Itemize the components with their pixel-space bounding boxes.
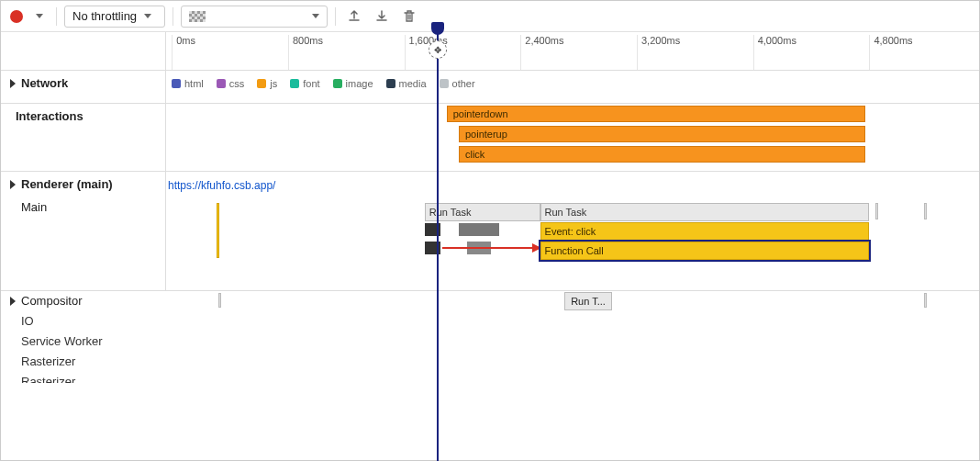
activity-sliver[interactable] bbox=[875, 203, 878, 219]
legend-item-html: html bbox=[172, 78, 204, 89]
rasterizer-track-label[interactable]: Rasterizer bbox=[1, 352, 166, 372]
activity-block[interactable] bbox=[459, 223, 499, 236]
download-icon bbox=[374, 9, 389, 24]
io-track-label[interactable]: IO bbox=[1, 311, 166, 332]
ruler-tick: 2,400ms bbox=[520, 35, 563, 70]
activity-sliver[interactable] bbox=[218, 293, 221, 308]
activity-sliver[interactable] bbox=[924, 293, 927, 308]
compositor-track-label[interactable]: Compositor bbox=[1, 291, 166, 311]
timeline-ruler[interactable]: 0ms 800ms 1,600ms 2,400ms 3,200ms 4,000m… bbox=[1, 32, 979, 71]
network-legend: html css js font image media other bbox=[166, 74, 979, 89]
interactions-track-label[interactable]: Interactions bbox=[1, 104, 166, 171]
chevron-down-icon bbox=[144, 14, 151, 18]
legend-item-css: css bbox=[217, 78, 245, 89]
task-bar-1[interactable]: Run Task bbox=[425, 203, 540, 221]
divider bbox=[56, 7, 57, 26]
trash-icon bbox=[402, 9, 417, 24]
divider bbox=[335, 7, 336, 26]
renderer-track: Renderer (main) Main https://kfuhfo.csb.… bbox=[1, 172, 979, 291]
rasterizer-track-2: Rasterizer bbox=[1, 372, 979, 392]
legend-item-image: image bbox=[333, 78, 373, 89]
ruler-tick: 4,000ms bbox=[753, 35, 796, 70]
throttling-select[interactable]: No throttling bbox=[64, 6, 165, 28]
activity-sliver[interactable] bbox=[924, 203, 927, 219]
record-options-caret[interactable] bbox=[36, 14, 43, 18]
import-button[interactable] bbox=[371, 6, 393, 28]
service-worker-track: Service Worker bbox=[1, 332, 979, 352]
ruler-tick: 4,800ms bbox=[869, 35, 912, 70]
record-button[interactable] bbox=[10, 10, 23, 23]
function-call-bar[interactable]: Function Call bbox=[540, 242, 870, 260]
task-bar-2[interactable]: Run Task bbox=[540, 203, 870, 221]
expand-triangle-icon bbox=[10, 79, 16, 88]
ruler-tick: 1,600ms bbox=[405, 35, 448, 70]
chevron-down-icon bbox=[312, 14, 319, 18]
network-conditions-select[interactable] bbox=[181, 6, 328, 28]
upload-icon bbox=[347, 9, 362, 24]
toolbar: No throttling bbox=[1, 1, 979, 32]
export-button[interactable] bbox=[343, 6, 365, 28]
legend-item-js: js bbox=[257, 78, 277, 89]
expand-triangle-icon bbox=[10, 297, 16, 306]
divider bbox=[173, 7, 173, 26]
arrow-line bbox=[442, 247, 536, 249]
io-track: IO bbox=[1, 311, 979, 332]
activity-block[interactable] bbox=[425, 242, 441, 254]
renderer-track-label[interactable]: Renderer (main) Main bbox=[1, 172, 166, 290]
main-thread-label: Main bbox=[10, 200, 47, 214]
expand-triangle-icon bbox=[10, 180, 16, 189]
checkerboard-icon bbox=[189, 11, 206, 22]
network-track: Network html css js font image media oth… bbox=[1, 71, 979, 104]
ruler-tick: 3,200ms bbox=[637, 35, 680, 70]
interactions-track: Interactions pointerdown pointerup click bbox=[1, 104, 979, 172]
rasterizer-track-1: Rasterizer bbox=[1, 352, 979, 372]
activity-sliver[interactable] bbox=[217, 203, 219, 258]
interaction-bar-pointerup[interactable]: pointerup bbox=[459, 126, 865, 142]
ruler-tick: 0ms bbox=[172, 35, 195, 70]
rasterizer-track-label[interactable]: Rasterizer bbox=[1, 372, 166, 383]
throttling-label: No throttling bbox=[72, 9, 137, 23]
activity-block[interactable] bbox=[425, 223, 441, 236]
network-track-label[interactable]: Network bbox=[1, 71, 166, 103]
interaction-bar-pointerdown[interactable]: pointerdown bbox=[447, 106, 865, 122]
legend-item-other: other bbox=[440, 78, 475, 89]
run-task-small[interactable]: Run T... bbox=[564, 292, 612, 310]
compositor-track: Compositor Run T... bbox=[1, 291, 979, 311]
frame-url-link[interactable]: https://kfuhfo.csb.app/ bbox=[166, 175, 277, 196]
ruler-tick: 800ms bbox=[288, 35, 323, 70]
interaction-bar-click[interactable]: click bbox=[459, 146, 865, 163]
legend-item-media: media bbox=[386, 78, 427, 89]
service-worker-track-label[interactable]: Service Worker bbox=[1, 332, 166, 352]
clear-button[interactable] bbox=[398, 6, 420, 28]
event-click-bar[interactable]: Event: click bbox=[540, 222, 870, 241]
legend-item-font: font bbox=[290, 78, 319, 89]
